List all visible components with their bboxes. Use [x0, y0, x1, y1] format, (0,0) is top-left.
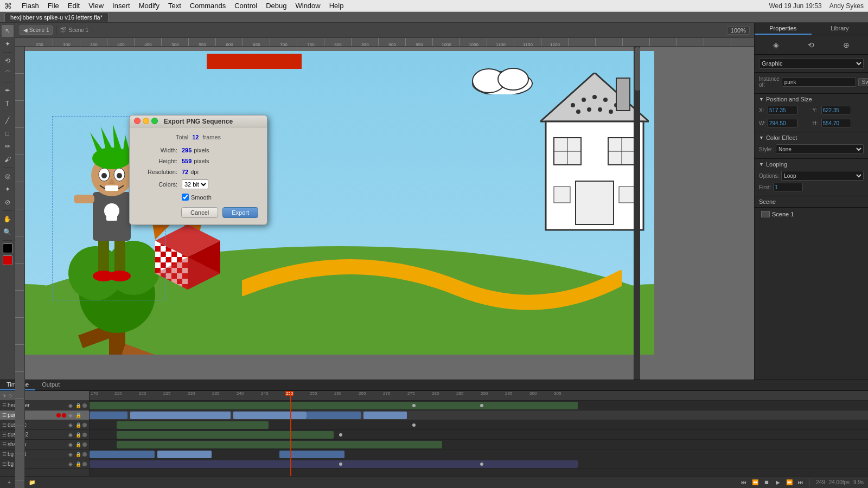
dialog-titlebar[interactable]: Export PNG Sequence [130, 115, 267, 127]
arrow-icon: ▼ [759, 97, 764, 102]
dialog-height-row: Height: 559 pixels [138, 158, 258, 164]
eraser-tool[interactable]: ⊘ [2, 196, 14, 208]
scene-panel-header: Scene [755, 196, 868, 208]
looping-header[interactable]: ▼ Looping [759, 161, 864, 168]
dialog-total-label: Total [176, 134, 188, 140]
dialog-resolution-row: Resolution: 72 dpi [138, 169, 258, 175]
layer-bg-front-icon: ☰ [2, 452, 7, 457]
paint-bucket-tool[interactable]: ◎ [2, 170, 14, 182]
pencil-tool[interactable]: ✏ [2, 140, 14, 152]
color-style-select[interactable]: None Brightness Tint Advanced Alpha [776, 144, 864, 154]
prop-icon-3[interactable]: ⊕ [843, 41, 850, 49]
dialog-minimize-btn[interactable] [143, 118, 149, 124]
playhead-frame-display: 249 [816, 479, 825, 485]
subselect-tool[interactable]: ✦ [2, 38, 14, 50]
dialog-buttons: Cancel Export [138, 207, 258, 218]
dialog-frames-label: frames [203, 134, 221, 140]
dialog-width-unit: pixels [194, 147, 209, 153]
dialog-smooth-label: Smooth [191, 194, 212, 201]
position-size-header[interactable]: ▼ Position and Size [759, 96, 864, 102]
swap-button[interactable]: Swap... [858, 78, 868, 86]
x-label: X: [759, 107, 768, 113]
dialog-colors-label: Colors: [138, 181, 182, 188]
menu-edit[interactable]: Edit [63, 1, 84, 11]
dialog-smooth-checkbox[interactable] [182, 194, 189, 201]
menu-insert[interactable]: Insert [108, 1, 135, 11]
play-forward-btn[interactable]: ⏩ [784, 478, 794, 487]
time-display: 9.9s [853, 479, 864, 485]
tab-properties[interactable]: Properties [755, 23, 812, 35]
symbol-type-dropdown[interactable]: Graphic Movie Clip Button [759, 58, 864, 69]
stop-btn[interactable]: ⏹ [762, 478, 771, 487]
dialog-export-btn[interactable]: Export [222, 207, 258, 218]
play-btn[interactable]: ▶ [773, 478, 783, 487]
file-tab[interactable]: hexjibber vs spike-u v16 letters.fla* [4, 12, 108, 22]
y-input[interactable] [821, 106, 851, 114]
menu-commands[interactable]: Commands [186, 1, 230, 11]
rect-tool[interactable]: □ [2, 127, 14, 139]
dialog-width-value: 295 [182, 147, 192, 153]
text-tool[interactable]: T [2, 98, 14, 110]
menu-view[interactable]: View [84, 1, 108, 11]
dialog-close-btn[interactable] [134, 118, 141, 124]
color-effect-section: ▼ Color Effect Style: None Brightness Ti… [755, 132, 868, 159]
tool-separator-6 [3, 240, 12, 241]
playhead-frame-value: 249 [816, 479, 825, 485]
menu-control[interactable]: Control [230, 1, 261, 11]
w-input[interactable] [768, 119, 797, 127]
menu-file[interactable]: File [43, 1, 63, 11]
options-select[interactable]: Loop Play Once Single Frame [781, 171, 864, 181]
first-row: First: [759, 183, 864, 191]
brush-tool[interactable]: 🖌 [2, 153, 14, 165]
panel-tabs: Properties Library [755, 23, 868, 35]
scene-icon-1 [761, 211, 770, 217]
add-layer-btn[interactable]: + [4, 478, 14, 487]
menu-modify[interactable]: Modify [135, 1, 164, 11]
layer-dust-002-icon: ☰ [2, 432, 7, 438]
dialog-maximize-btn[interactable] [151, 118, 158, 124]
position-size-section: ▼ Position and Size X: Y: W: H: [755, 94, 868, 132]
eyedropper-tool[interactable]: ✦ [2, 183, 14, 195]
dialog-colors-select[interactable]: 32 bit 24 bit 8 bit [182, 179, 208, 189]
line-tool[interactable]: ╱ [2, 114, 14, 126]
dialog-width-row: Width: 295 pixels [138, 147, 258, 153]
tab-library[interactable]: Library [812, 23, 869, 35]
menu-debug[interactable]: Debug [261, 1, 291, 11]
stroke-color[interactable] [3, 243, 12, 253]
fps-value: 24.00 [829, 479, 843, 485]
color-arrow-icon: ▼ [759, 135, 764, 140]
h-row: H: [813, 119, 864, 127]
prop-icon-1[interactable]: ◈ [773, 41, 779, 49]
h-input[interactable] [821, 119, 851, 127]
instance-of-section: Instance of: Swap... [755, 73, 868, 94]
dialog-cancel-btn[interactable]: Cancel [181, 207, 218, 218]
scene-item-1[interactable]: Scene 1 [759, 210, 864, 219]
instance-of-row: Instance of: Swap... [759, 76, 864, 88]
apple-menu[interactable]: ⌘ [4, 2, 12, 10]
tool-separator-1 [3, 52, 12, 53]
hand-tool[interactable]: ✋ [2, 213, 14, 225]
zoom-tool[interactable]: 🔍 [2, 226, 14, 238]
prop-icon-2[interactable]: ⟲ [808, 41, 814, 49]
dialog-info: Total 12 frames [138, 134, 258, 140]
pen-tool[interactable]: ✒ [2, 85, 14, 97]
menu-flash[interactable]: Flash [17, 1, 43, 11]
menu-help[interactable]: Help [325, 1, 348, 11]
instance-of-input[interactable] [782, 77, 856, 87]
first-input[interactable] [773, 183, 803, 191]
color-effect-header[interactable]: ▼ Color Effect [759, 134, 864, 141]
menu-text[interactable]: Text [164, 1, 186, 11]
lasso-tool[interactable]: ⌒ [2, 68, 14, 80]
h-label: H: [813, 120, 821, 126]
select-tool[interactable]: ↖ [2, 25, 14, 37]
layer-bg-icon: ☰ [2, 461, 7, 467]
position-size-label: Position and Size [766, 96, 812, 102]
menu-window[interactable]: Window [291, 1, 324, 11]
play-last-btn[interactable]: ⏭ [796, 478, 806, 487]
fill-color[interactable] [3, 255, 12, 265]
scene-panel-label: Scene [759, 198, 776, 205]
dialog-body: Total 12 frames Width: 295 pixels Height… [130, 127, 267, 224]
free-transform-tool[interactable]: ⟲ [2, 55, 14, 67]
x-input[interactable] [768, 106, 797, 114]
tool-separator-4 [3, 168, 12, 168]
